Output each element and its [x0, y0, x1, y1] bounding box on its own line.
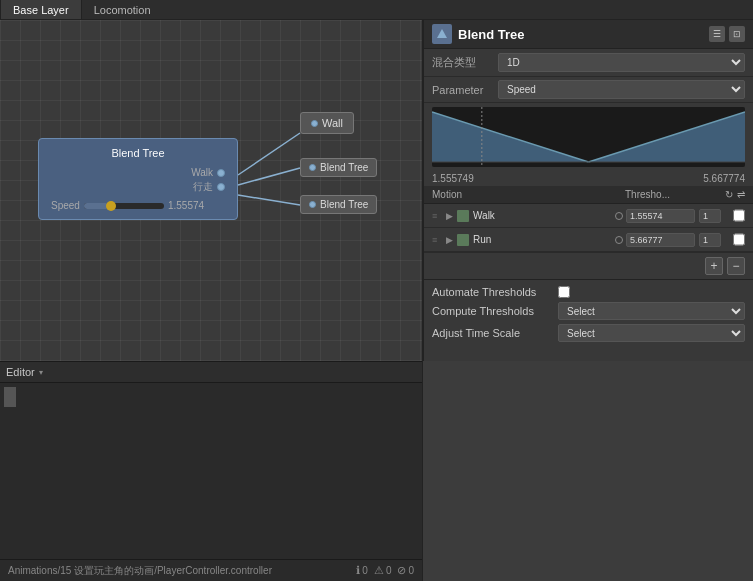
- motion-col-header: Motion: [432, 189, 625, 200]
- threshold-input[interactable]: [626, 209, 695, 223]
- graph-canvas[interactable]: Blend Tree Walk 行走 Speed: [0, 20, 422, 361]
- blend-chart: [432, 107, 745, 167]
- editor-dropdown-arrow[interactable]: ▾: [39, 368, 43, 377]
- inspector-title: Blend Tree: [458, 27, 524, 42]
- sub-blend-run[interactable]: Blend Tree: [300, 195, 377, 214]
- adjust-label: Adjust Time Scale: [432, 327, 552, 339]
- xingzou-dot: [217, 183, 225, 191]
- automate-label: Automate Thresholds: [432, 286, 552, 298]
- compute-label: Compute Thresholds: [432, 305, 552, 317]
- tab-locomotion[interactable]: Locomotion: [82, 0, 163, 19]
- inspector-header: Blend Tree ☰ ⊡: [424, 20, 753, 49]
- row-arrow: ▶: [446, 235, 453, 245]
- row-arrow: ▶: [446, 211, 453, 221]
- speed-slider[interactable]: [84, 203, 164, 209]
- thresh-dot: [615, 212, 623, 220]
- err-count: 0: [408, 565, 414, 576]
- blend-type-row: 混合类型 1D: [424, 49, 753, 77]
- warn-icon: ⚠: [374, 564, 384, 577]
- wall-node[interactable]: Wall: [300, 112, 354, 134]
- parameter-label: Parameter: [432, 84, 492, 96]
- threshold-cell: [615, 209, 695, 223]
- status-warn: ⚠ 0: [374, 564, 392, 577]
- remove-motion-button[interactable]: −: [727, 257, 745, 275]
- node-title: Blend Tree: [51, 147, 225, 159]
- options-section: Automate Thresholds Compute Thresholds S…: [424, 279, 753, 348]
- inspector-controls: ☰ ⊡: [709, 26, 745, 42]
- motion-checkbox[interactable]: [733, 209, 745, 222]
- node-params: Walk 行走: [51, 167, 225, 194]
- status-err: ⊘ 0: [397, 564, 414, 577]
- status-icons: ℹ 0 ⚠ 0 ⊘ 0: [356, 564, 414, 577]
- threshold-cell: [615, 233, 695, 247]
- automate-row: Automate Thresholds: [432, 284, 745, 300]
- inspector-btn-2[interactable]: ⊡: [729, 26, 745, 42]
- range-min: 1.555749: [432, 173, 474, 184]
- threshold-col-header: Thresho...: [625, 189, 705, 200]
- svg-line-0: [238, 133, 300, 175]
- param-row: Parameter Speed: [424, 77, 753, 103]
- svg-line-2: [238, 195, 300, 205]
- v-icon-1[interactable]: [4, 387, 16, 407]
- bottom-tabs: Editor ▾: [0, 361, 422, 383]
- range-row: 1.555749 5.667774: [424, 171, 753, 186]
- wall-label: Wall: [311, 117, 343, 129]
- extra-input[interactable]: [699, 209, 721, 223]
- warn-count: 0: [386, 565, 392, 576]
- editor-content: [0, 383, 422, 559]
- extra-input[interactable]: [699, 233, 721, 247]
- node-param-walk: Walk: [51, 167, 225, 178]
- top-tab-bar: Base Layer Locomotion: [0, 0, 753, 20]
- svg-marker-3: [437, 29, 447, 38]
- loop-icon: ↻: [725, 189, 733, 200]
- info-count: 0: [362, 565, 368, 576]
- inspector-btn-1[interactable]: ☰: [709, 26, 725, 42]
- row-handle: ≡: [432, 235, 442, 245]
- adjust-row: Adjust Time Scale Select: [432, 322, 745, 344]
- status-info: ℹ 0: [356, 564, 368, 577]
- node-param-xingzou: 行走: [51, 180, 225, 194]
- threshold-input[interactable]: [626, 233, 695, 247]
- parameter-select[interactable]: Speed: [498, 80, 745, 99]
- wall-dot: [311, 120, 318, 127]
- compute-row: Compute Thresholds Select: [432, 300, 745, 322]
- sub-walk-dot: [309, 164, 316, 171]
- inspector-icon: [432, 24, 452, 44]
- blend-tree-node[interactable]: Blend Tree Walk 行走 Speed: [38, 138, 238, 220]
- svg-line-1: [238, 168, 300, 185]
- motion-name: Walk: [473, 210, 611, 221]
- motion-row: ≡ ▶ Run: [424, 228, 753, 252]
- node-speed: Speed 1.55574: [51, 200, 225, 211]
- info-icon: ℹ: [356, 564, 360, 577]
- motion-extra: [699, 209, 729, 223]
- inspector-panel: Blend Tree ☰ ⊡ 混合类型 1D Parameter Speed: [423, 20, 753, 361]
- add-motion-button[interactable]: +: [705, 257, 723, 275]
- motion-checkbox[interactable]: [733, 233, 745, 246]
- automate-checkbox[interactable]: [558, 286, 570, 298]
- status-bar: Animations/15 设置玩主角的动画/PlayerController.…: [0, 559, 422, 581]
- walk-dot: [217, 169, 225, 177]
- compute-select[interactable]: Select: [558, 302, 745, 320]
- sub-blend-walk[interactable]: Blend Tree: [300, 158, 377, 177]
- thresh-dot: [615, 236, 623, 244]
- range-max: 5.667774: [703, 173, 745, 184]
- motion-name: Run: [473, 234, 611, 245]
- err-icon: ⊘: [397, 564, 406, 577]
- tab-base-layer[interactable]: Base Layer: [0, 0, 82, 19]
- mirror-icon: ⇌: [737, 189, 745, 200]
- adjust-select[interactable]: Select: [558, 324, 745, 342]
- editor-label: Editor: [6, 366, 35, 378]
- row-handle: ≡: [432, 211, 442, 221]
- motion-extra: [699, 233, 729, 247]
- motion-row: ≡ ▶ Walk: [424, 204, 753, 228]
- preview-panel: 0:11 (95.0%) Frame 21: [423, 361, 753, 581]
- blend-type-select[interactable]: 1D: [498, 53, 745, 72]
- graph-panel: Blend Tree Walk 行走 Speed: [0, 20, 423, 361]
- vertical-icons: [4, 387, 16, 407]
- blend-visualization: [432, 107, 745, 167]
- motion-table-body: ≡ ▶ Walk ≡ ▶ Run: [424, 204, 753, 252]
- motion-icon: [457, 234, 469, 246]
- add-remove-row: + −: [424, 252, 753, 279]
- status-path: Animations/15 设置玩主角的动画/PlayerController.…: [8, 564, 348, 578]
- motion-table-header: Motion Thresho... ↻ ⇌: [424, 186, 753, 204]
